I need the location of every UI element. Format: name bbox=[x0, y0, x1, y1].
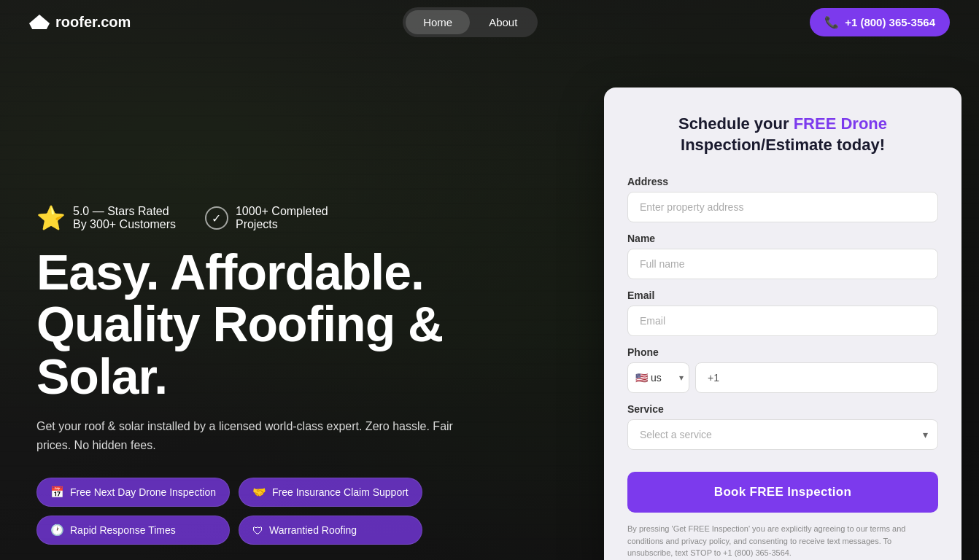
service-group: Service Select a service Roof Inspection… bbox=[627, 403, 938, 450]
badges-grid: 📅 Free Next Day Drone Inspection 🤝 Free … bbox=[36, 478, 422, 545]
phone-icon: 📞 bbox=[824, 15, 839, 29]
book-button[interactable]: Book FREE Inspection bbox=[627, 472, 938, 513]
hero-subtitle: Get your roof & solar installed by a lic… bbox=[36, 417, 460, 454]
projects-label: Projects bbox=[236, 218, 328, 231]
logo-icon bbox=[29, 15, 50, 29]
rating-score: 5.0 — Stars Rated bbox=[73, 205, 176, 218]
phone-group: Phone 🇺🇸 us 🇨🇦 ca 🇬🇧 gb bbox=[627, 346, 938, 393]
email-input[interactable] bbox=[627, 306, 938, 336]
badge-insurance-label: Free Insurance Claim Support bbox=[272, 486, 409, 498]
address-input[interactable] bbox=[627, 192, 938, 222]
hero-content: ⭐ 5.0 — Stars Rated By 300+ Customers ✓ … bbox=[36, 58, 562, 545]
clock-icon: 🕐 bbox=[50, 524, 64, 537]
calendar-icon: 📅 bbox=[50, 486, 64, 499]
projects-item: ✓ 1000+ Completed Projects bbox=[205, 205, 328, 231]
hero-title: Easy. Affordable. Quality Roofing & Sola… bbox=[36, 246, 562, 402]
phone-button[interactable]: 📞 +1 (800) 365-3564 bbox=[810, 8, 950, 36]
nav-about[interactable]: About bbox=[471, 10, 535, 34]
form-title: Schedule your FREE DroneInspection/Estim… bbox=[627, 114, 938, 155]
country-select-wrap: 🇺🇸 us 🇨🇦 ca 🇬🇧 gb bbox=[627, 362, 689, 393]
badge-warranty[interactable]: 🛡 Warrantied Roofing bbox=[239, 516, 422, 545]
form-title-highlight: FREE Drone bbox=[794, 114, 887, 133]
name-group: Name bbox=[627, 233, 938, 279]
email-label: Email bbox=[627, 289, 938, 301]
name-input[interactable] bbox=[627, 249, 938, 279]
heart-icon: 🤝 bbox=[252, 486, 266, 499]
hero-title-line2: Quality Roofing & Solar. bbox=[36, 298, 562, 402]
badge-insurance[interactable]: 🤝 Free Insurance Claim Support bbox=[239, 478, 422, 507]
country-select[interactable]: 🇺🇸 us 🇨🇦 ca 🇬🇧 gb bbox=[627, 362, 689, 393]
phone-input[interactable] bbox=[695, 362, 938, 393]
address-label: Address bbox=[627, 176, 938, 187]
email-group: Email bbox=[627, 289, 938, 336]
phone-number: +1 (800) 365-3564 bbox=[845, 16, 935, 28]
service-select-wrap: Select a service Roof Inspection Roof Re… bbox=[627, 419, 938, 450]
shield-icon: 🛡 bbox=[252, 524, 263, 537]
rating-text: 5.0 — Stars Rated By 300+ Customers bbox=[73, 205, 176, 231]
logo[interactable]: roofer.com bbox=[29, 14, 131, 31]
projects-count: 1000+ Completed bbox=[236, 205, 328, 218]
disclaimer-text: By pressing 'Get FREE Inspection' you ar… bbox=[627, 523, 938, 559]
address-group: Address bbox=[627, 176, 938, 222]
name-label: Name bbox=[627, 233, 938, 244]
phone-label: Phone bbox=[627, 346, 938, 358]
service-label: Service bbox=[627, 403, 938, 415]
rating-customers: By 300+ Customers bbox=[73, 218, 176, 231]
check-circle-icon: ✓ bbox=[205, 206, 228, 230]
brand-name: roofer.com bbox=[55, 14, 131, 31]
star-icon: ⭐ bbox=[36, 204, 66, 232]
badge-response[interactable]: 🕐 Rapid Response Times bbox=[36, 516, 230, 545]
form-panel: Schedule your FREE DroneInspection/Estim… bbox=[604, 88, 961, 560]
phone-row: 🇺🇸 us 🇨🇦 ca 🇬🇧 gb bbox=[627, 362, 938, 393]
badge-warranty-label: Warrantied Roofing bbox=[269, 524, 357, 536]
service-select[interactable]: Select a service Roof Inspection Roof Re… bbox=[627, 419, 938, 450]
projects-text: 1000+ Completed Projects bbox=[236, 205, 328, 231]
rating-item: ⭐ 5.0 — Stars Rated By 300+ Customers bbox=[36, 204, 176, 232]
rating-row: ⭐ 5.0 — Stars Rated By 300+ Customers ✓ … bbox=[36, 204, 562, 232]
nav-home[interactable]: Home bbox=[406, 10, 470, 34]
badge-drone-label: Free Next Day Drone Inspection bbox=[70, 486, 216, 498]
badge-drone-inspection[interactable]: 📅 Free Next Day Drone Inspection bbox=[36, 478, 230, 507]
navbar: roofer.com Home About 📞 +1 (800) 365-356… bbox=[0, 0, 979, 44]
badge-response-label: Rapid Response Times bbox=[70, 524, 176, 536]
hero-title-line1: Easy. Affordable. bbox=[36, 246, 562, 298]
nav-menu: Home About bbox=[403, 7, 538, 37]
